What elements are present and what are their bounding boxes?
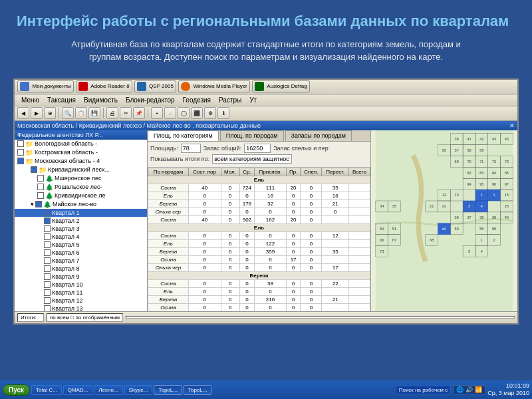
tree-checkbox-0[interactable]: [17, 140, 24, 147]
tree-checkbox-19[interactable]: [44, 297, 51, 304]
tree-item-5[interactable]: 🌲Рошальское лес-: [15, 183, 147, 192]
tree-checkbox-20[interactable]: [44, 305, 51, 311]
toolbar-btn-12[interactable]: ◯: [178, 107, 190, 119]
tree-checkbox-15[interactable]: [44, 265, 51, 272]
taskbar-item-1[interactable]: Total C...: [31, 385, 62, 395]
svg-text:67: 67: [392, 238, 396, 242]
cell-extra: [349, 255, 370, 263]
tree-item-3[interactable]: 📁Криваидинский лесх...: [15, 166, 147, 174]
tree-checkbox-7[interactable]: [35, 201, 42, 207]
tree-toggle-7[interactable]: ▾: [31, 201, 34, 207]
toolbar-btn-6[interactable]: 💾: [88, 107, 100, 119]
cell-2-3-6: [322, 303, 349, 311]
tree-checkbox-10[interactable]: [44, 225, 51, 232]
search-field[interactable]: Поиск на рабочем с: [396, 386, 452, 394]
menu-taxation[interactable]: Таксация: [43, 96, 80, 104]
toolbar-btn-10[interactable]: +: [151, 107, 163, 119]
col-ripe: Спел.: [301, 168, 322, 176]
taskbar-item-2[interactable]: QMAD...: [63, 385, 93, 395]
toolbar-btn-1[interactable]: ◀: [17, 107, 29, 119]
tree-checkbox-9[interactable]: [44, 217, 51, 224]
tree-checkbox-12[interactable]: [44, 241, 51, 248]
menu-visibility[interactable]: Видимость: [80, 96, 122, 104]
toolbar-btn-4[interactable]: 🔍: [62, 107, 74, 119]
tab-stock[interactable]: Запасы по породам: [285, 130, 352, 141]
tree-checkbox-18[interactable]: [44, 289, 51, 296]
toolbar-btn-2[interactable]: ▶: [31, 107, 43, 119]
menu-menu[interactable]: Меню: [17, 96, 43, 104]
tree-item-19[interactable]: Квартал 12: [15, 297, 147, 305]
taskbar-item-6[interactable]: TopoL...: [184, 385, 211, 395]
tree-item-12[interactable]: Квартал 5: [15, 241, 147, 249]
tree-item-4[interactable]: 🌲Мшеронское лес: [15, 174, 147, 183]
tree-item-20[interactable]: Квартал 13: [15, 305, 147, 311]
taskbar-item-3[interactable]: Лесно...: [94, 385, 122, 395]
tree-item-1[interactable]: 📁Костромская область -: [15, 148, 147, 157]
tree-checkbox-6[interactable]: [37, 192, 44, 199]
toolbar-btn-14[interactable]: ⚙: [204, 107, 216, 119]
tree-checkbox-17[interactable]: [44, 281, 51, 288]
menu-rasters[interactable]: Растры: [215, 96, 245, 104]
taskbar-item-4[interactable]: Skype...: [124, 385, 153, 395]
tree-checkbox-11[interactable]: [44, 233, 51, 240]
tree-item-18[interactable]: Квартал 11: [15, 289, 147, 297]
tree-checkbox-4[interactable]: [37, 175, 44, 182]
tree-item-9[interactable]: Квартал 2: [15, 217, 147, 225]
cell-1-0-6: 12: [322, 231, 349, 239]
menu-misc[interactable]: Ут: [245, 96, 261, 104]
tree-item-17[interactable]: Квартал 10: [15, 281, 147, 289]
toolbar-btn-7[interactable]: 🖨: [106, 107, 118, 119]
stock-input[interactable]: [244, 144, 271, 153]
col-overripe: Перест.: [322, 168, 349, 176]
taskbar-item-5[interactable]: TopoL...: [154, 385, 182, 395]
tree-item-6[interactable]: 🌲Криваидинское ле: [15, 192, 147, 200]
wmp-icon[interactable]: Windows Media Player: [178, 80, 250, 92]
tree-checkbox-5[interactable]: [37, 184, 44, 190]
cell-extra: [349, 287, 370, 295]
toolbar-btn-11[interactable]: -: [164, 107, 176, 119]
tree-item-14[interactable]: Квартал 7: [15, 257, 147, 265]
tree-checkbox-3[interactable]: [31, 166, 37, 173]
show-input[interactable]: [212, 154, 292, 164]
cell-0-4-2: 902: [239, 215, 255, 223]
tree-item-16[interactable]: Квартал 9: [15, 273, 147, 281]
toolbar-btn-9[interactable]: 📌: [133, 107, 145, 119]
toolbar-btn-13[interactable]: ⬛: [191, 107, 203, 119]
tab-area[interactable]: Площ. по категориям: [148, 130, 219, 141]
auslogics-icon[interactable]: Auslogics Defrag: [252, 80, 310, 92]
tree-checkbox-1[interactable]: [17, 149, 24, 156]
my-docs-icon[interactable]: Мои документы: [17, 80, 74, 92]
menu-geodesy[interactable]: Геодезия: [179, 96, 215, 104]
tree-checkbox-14[interactable]: [44, 257, 51, 264]
adobe-reader-icon[interactable]: Adobe Reader 8: [76, 80, 132, 92]
tree-checkbox-8[interactable]: [44, 209, 51, 216]
toolbar-btn-15[interactable]: ℹ: [217, 107, 229, 119]
tree-checkbox-2[interactable]: [17, 158, 24, 164]
svg-text:70: 70: [467, 159, 471, 163]
menu-blocks[interactable]: Блоки-редактор: [122, 96, 179, 104]
species-name-1-1: Ель: [148, 239, 189, 247]
tab-breed[interactable]: Площ. по породам: [220, 130, 284, 141]
tree-item-15[interactable]: Квартал 8: [15, 265, 147, 273]
qsp-icon[interactable]: QSP 2005: [134, 80, 176, 92]
toolbar-btn-3[interactable]: ⊕: [44, 107, 56, 119]
tree-item-0[interactable]: 📁Вологодская область -: [15, 140, 147, 148]
tree-item-13[interactable]: Квартал 6: [15, 249, 147, 257]
tree-item-11[interactable]: Квартал 4: [15, 233, 147, 241]
window-close-btn[interactable]: ✕: [509, 122, 515, 129]
app-window: Меню Таксация Видимость Блоки-редактор Г…: [15, 94, 517, 323]
plot-input[interactable]: [181, 144, 201, 153]
tree-checkbox-13[interactable]: [44, 249, 51, 256]
species-name-0-2: Береза: [148, 200, 189, 207]
svg-text:94: 94: [467, 182, 471, 186]
tree-item-10[interactable]: Квартал 3: [15, 225, 147, 233]
toolbar-btn-5[interactable]: 📋: [75, 107, 87, 119]
toolbar-btn-8[interactable]: ✂: [120, 107, 132, 119]
tree-item-8[interactable]: Квартал 1: [15, 209, 147, 217]
cell-2-1-1: 0: [221, 287, 239, 295]
tree-item-7[interactable]: ▾🌲Майское лес-во: [15, 200, 147, 209]
start-button[interactable]: Пуск: [3, 384, 30, 396]
tree-item-2[interactable]: 📁Московская область - 4: [15, 157, 147, 166]
cell-2-2-3: 216: [255, 295, 287, 303]
tree-checkbox-16[interactable]: [44, 273, 51, 280]
